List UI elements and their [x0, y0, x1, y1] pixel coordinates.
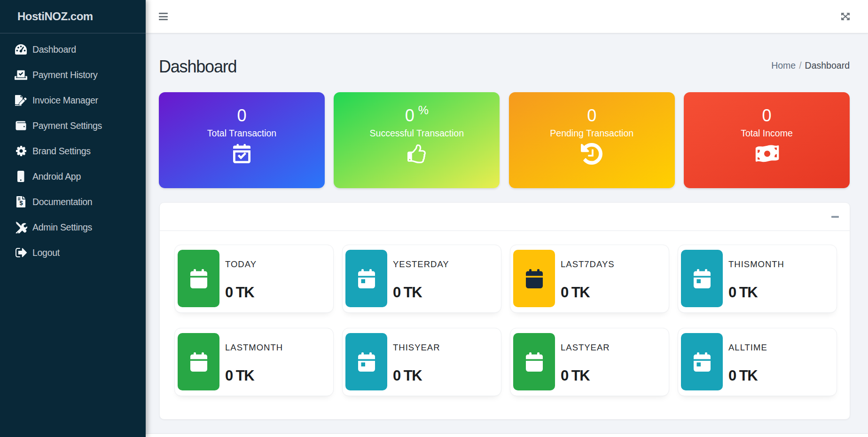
svg-text:$: $	[19, 199, 23, 207]
